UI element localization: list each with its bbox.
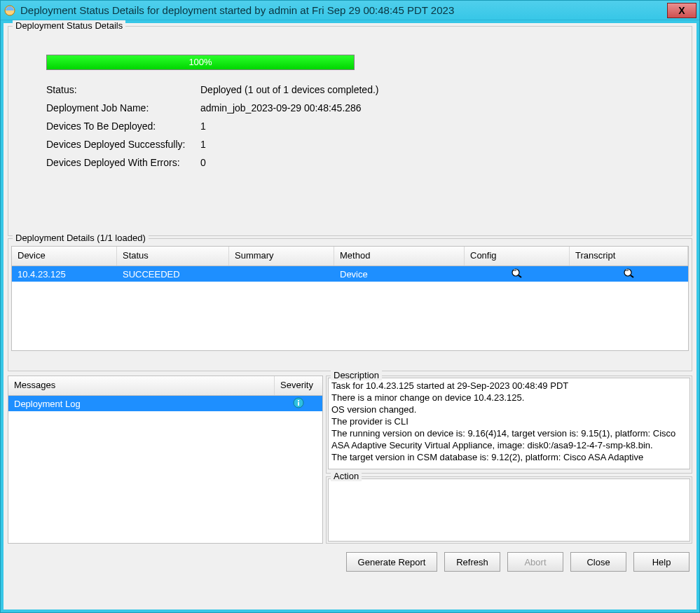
- description-text[interactable]: Task for 10.4.23.125 started at 29-Sep-2…: [328, 378, 690, 469]
- magnifier-icon: [511, 268, 523, 279]
- dialog-window: Deployment Status Details for deployment…: [0, 0, 700, 613]
- col-severity[interactable]: Severity: [275, 376, 322, 395]
- description-legend: Description: [331, 370, 382, 380]
- table-row[interactable]: 10.4.23.125 SUCCEEDED Device: [12, 266, 688, 282]
- lower-panels: Messages Severity Deployment Log Descrip…: [8, 376, 692, 544]
- status-label: Status:: [46, 84, 200, 95]
- window-title: Deployment Status Details for deployment…: [20, 4, 667, 16]
- tobe-value: 1: [200, 120, 206, 132]
- messages-header: Messages Severity: [8, 376, 322, 396]
- jobname-value: admin_job_2023-09-29 00:48:45.286: [200, 102, 362, 113]
- col-status[interactable]: Status: [117, 247, 229, 266]
- right-column: Description Task for 10.4.23.125 started…: [326, 376, 692, 544]
- messages-panel[interactable]: Messages Severity Deployment Log: [8, 376, 323, 544]
- cell-method: Device: [334, 268, 465, 281]
- details-group: Deployment Details (1/1 loaded) Device S…: [8, 238, 692, 371]
- col-summary[interactable]: Summary: [229, 247, 334, 266]
- svg-rect-6: [626, 269, 629, 271]
- button-bar: Generate Report Refresh Abort Close Help: [8, 544, 692, 574]
- svg-rect-9: [298, 400, 299, 401]
- cell-status: SUCCEEDED: [117, 268, 229, 281]
- succ-label: Devices Deployed Successfully:: [46, 139, 200, 150]
- abort-button: Abort: [507, 552, 563, 572]
- svg-rect-8: [298, 402, 299, 406]
- status-value: Deployed (1 out of 1 devices completed.): [200, 84, 378, 95]
- message-severity: [275, 397, 322, 411]
- cell-device: 10.4.23.125: [12, 268, 117, 281]
- message-row[interactable]: Deployment Log: [8, 396, 322, 411]
- refresh-button[interactable]: Refresh: [444, 552, 500, 572]
- err-label: Devices Deployed With Errors:: [46, 157, 200, 168]
- titlebar[interactable]: Deployment Status Details for deployment…: [1, 1, 699, 20]
- jobname-label: Deployment Job Name:: [46, 102, 200, 113]
- tobe-label: Devices To Be Deployed:: [46, 120, 200, 132]
- help-button[interactable]: Help: [633, 552, 689, 572]
- succ-value: 1: [200, 139, 206, 150]
- col-config[interactable]: Config: [465, 247, 570, 266]
- magnifier-icon: [623, 268, 636, 279]
- close-button[interactable]: X: [667, 3, 696, 18]
- col-method[interactable]: Method: [334, 247, 465, 266]
- cell-config[interactable]: [465, 266, 570, 282]
- close-button[interactable]: Close: [570, 552, 626, 572]
- details-table[interactable]: Device Status Summary Method Config Tran…: [11, 246, 689, 351]
- svg-rect-3: [514, 269, 516, 271]
- col-device[interactable]: Device: [12, 247, 117, 266]
- svg-line-2: [519, 275, 521, 277]
- details-header: Device Status Summary Method Config Tran…: [12, 247, 688, 266]
- col-messages[interactable]: Messages: [8, 376, 275, 395]
- action-group: Action: [326, 476, 692, 544]
- action-legend: Action: [331, 471, 362, 481]
- svg-line-5: [631, 275, 633, 277]
- action-text[interactable]: [328, 478, 690, 542]
- cell-summary: [229, 273, 334, 275]
- progress-bar: 100%: [46, 55, 355, 70]
- status-group: Deployment Status Details 100% Status:De…: [8, 26, 692, 236]
- details-legend: Deployment Details (1/1 loaded): [13, 233, 149, 243]
- cell-transcript[interactable]: [570, 266, 688, 282]
- err-value: 0: [200, 157, 206, 168]
- status-group-legend: Deployment Status Details: [13, 20, 125, 31]
- info-icon: [293, 397, 304, 411]
- generate-report-button[interactable]: Generate Report: [346, 552, 437, 572]
- app-icon: [4, 4, 16, 17]
- client-area: Deployment Status Details 100% Status:De…: [4, 23, 696, 609]
- description-group: Description Task for 10.4.23.125 started…: [326, 376, 692, 474]
- col-transcript[interactable]: Transcript: [570, 247, 688, 266]
- message-text: Deployment Log: [8, 397, 275, 411]
- progress-fill: 100%: [47, 55, 354, 69]
